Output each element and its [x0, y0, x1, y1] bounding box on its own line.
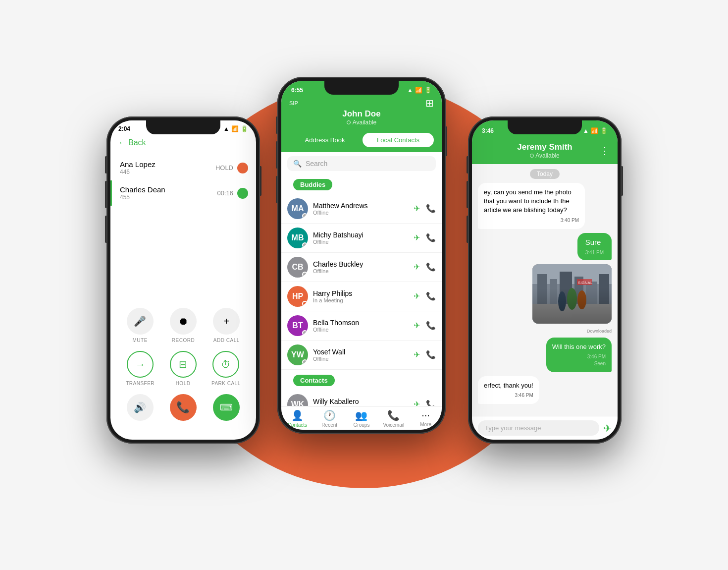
controls-row-2: → TRANSFER ⊟ HOLD ⏱ PARK CALL — [118, 351, 248, 386]
status-icons-left: ▲ 📶 🔋 — [223, 125, 248, 132]
record-button[interactable]: ⏺ RECORD — [170, 308, 197, 343]
mute-button[interactable]: 🎤 MUTE — [127, 308, 154, 343]
back-arrow-icon: ← — [118, 138, 126, 147]
msg-image: SIGNAL — [532, 264, 612, 324]
avatar-harry: HP — [287, 286, 308, 307]
call-icon-yosef[interactable]: 📞 — [426, 350, 436, 359]
active-badge — [237, 188, 248, 199]
time-left: 2:04 — [118, 125, 130, 132]
call-icon-michy[interactable]: 📞 — [426, 233, 436, 242]
nav-more[interactable]: ··· More — [410, 409, 442, 428]
notch-left — [146, 120, 220, 134]
call-screen: 2:04 ▲ 📶 🔋 ← Back Ana Lope — [110, 120, 256, 440]
svg-rect-4 — [560, 272, 572, 304]
call-list: Ana Lopez 446 HOLD Charles Dean 455 00:1… — [110, 151, 256, 300]
svg-rect-3 — [550, 279, 557, 304]
status-dot-yosef — [302, 359, 308, 365]
call-item-2[interactable]: Charles Dean 455 00:16 — [110, 180, 256, 206]
call-item-1[interactable]: Ana Lopez 446 HOLD — [110, 155, 256, 180]
add-call-button[interactable]: + ADD CALL — [213, 308, 240, 343]
call-icon-bella[interactable]: 📞 — [426, 321, 436, 330]
message-icon-matthew[interactable]: ✈ — [414, 204, 420, 213]
transfer-icon: → — [127, 351, 154, 378]
svg-rect-7 — [599, 274, 609, 304]
status-dot-charles — [302, 272, 308, 277]
contact-charles[interactable]: CB Charles Buckley Offline ✈ 📞 — [281, 253, 442, 282]
phone-right-screen: 3:46 ▲ 📶 🔋 Jeremy Smith Available — [472, 120, 618, 440]
chat-screen: 3:46 ▲ 📶 🔋 Jeremy Smith Available — [472, 120, 618, 440]
dialpad-button[interactable]: ⌨ — [213, 394, 240, 424]
recent-nav-icon: 🕐 — [323, 409, 336, 421]
notch-right — [508, 120, 582, 134]
svg-rect-2 — [537, 274, 547, 304]
message-icon-michy[interactable]: ✈ — [414, 233, 420, 242]
status-icons-center: ▲ 📶 🔋 — [407, 87, 432, 94]
message-icon-charles[interactable]: ✈ — [414, 262, 420, 272]
call-controls: 🎤 MUTE ⏺ RECORD + ADD CALL — [110, 300, 256, 440]
nav-groups[interactable]: 👥 Groups — [346, 409, 378, 428]
msg-sent-sure: Sure 3:41 PM — [577, 233, 612, 260]
status-icons-right: ▲ 📶 🔋 — [583, 127, 608, 134]
message-icon-willy[interactable]: ✈ — [414, 399, 420, 406]
signal-center-icon: ▲ — [407, 87, 413, 94]
status-dot-bella — [302, 330, 308, 336]
record-icon: ⏺ — [170, 308, 197, 335]
time-right: 3:46 — [482, 127, 494, 134]
send-icon[interactable]: ✈ — [603, 422, 612, 434]
hold-icon: ⊟ — [170, 351, 197, 378]
contact-willy[interactable]: WK Willy Kaballero Offline ✈ 📞 — [281, 390, 442, 406]
sip-row: SIP ⊞ — [289, 97, 434, 109]
end-call-button[interactable]: 📞 — [170, 394, 197, 424]
speaker-icon: 🔊 — [127, 394, 154, 421]
avatar-michy: MB — [287, 228, 308, 248]
time-center: 6:55 — [291, 87, 303, 94]
contact-michy[interactable]: MB Michy Batshuayi Offline ✈ 📞 — [281, 224, 442, 253]
sip-header: SIP ⊞ John Doe Available — [281, 97, 442, 130]
call-icon-harry[interactable]: 📞 — [426, 291, 436, 301]
available-dot-right — [530, 154, 534, 158]
wifi-icon: 📶 — [231, 125, 239, 132]
tab-local-contacts[interactable]: Local Contacts — [363, 133, 434, 147]
voicemail-nav-icon: 📞 — [387, 409, 400, 421]
available-dot-center — [347, 120, 351, 124]
phone-left-screen: 2:04 ▲ 📶 🔋 ← Back Ana Lope — [110, 120, 256, 440]
chat-input[interactable]: Type your message — [478, 420, 599, 436]
groups-nav-icon: 👥 — [355, 409, 367, 421]
call-icon-charles[interactable]: 📞 — [426, 262, 436, 272]
search-icon: 🔍 — [293, 160, 302, 168]
contacts-tabs: Address Book Local Contacts — [281, 130, 442, 152]
nav-contacts[interactable]: 👤 Contacts — [281, 409, 313, 428]
message-icon-harry[interactable]: ✈ — [414, 291, 420, 301]
battery-center-icon: 🔋 — [424, 87, 432, 94]
nav-voicemail[interactable]: 📞 Voicemail — [377, 409, 410, 428]
message-icon-bella[interactable]: ✈ — [414, 321, 420, 330]
svg-text:SIGNAL: SIGNAL — [578, 281, 593, 285]
svg-rect-6 — [586, 282, 597, 304]
park-call-button[interactable]: ⏱ PARK CALL — [211, 351, 241, 386]
call-icon-matthew[interactable]: 📞 — [426, 204, 436, 213]
grid-icon[interactable]: ⊞ — [425, 97, 434, 109]
tab-address-book[interactable]: Address Book — [289, 133, 361, 147]
nav-recent[interactable]: 🕐 Recent — [313, 409, 346, 428]
contact-yosef[interactable]: YW Yosef Wall Offline ✈ 📞 — [281, 341, 442, 370]
back-button[interactable]: ← Back — [110, 134, 256, 151]
status-dot-matthew — [302, 213, 308, 219]
transfer-button[interactable]: → TRANSFER — [126, 351, 155, 386]
svg-rect-5 — [574, 277, 583, 304]
dialpad-icon: ⌨ — [213, 394, 240, 421]
speaker-button[interactable]: 🔊 — [127, 394, 154, 424]
contact-bella[interactable]: BT Bella Thomson Offline ✈ 📞 — [281, 311, 442, 341]
city-image: SIGNAL — [532, 264, 612, 324]
call-icon-willy[interactable]: 📞 — [426, 399, 436, 406]
contacts-nav-icon: 👤 — [291, 409, 304, 421]
search-bar[interactable]: 🔍 Search — [287, 156, 436, 171]
more-options-icon[interactable]: ⋮ — [600, 145, 610, 157]
message-icon-yosef[interactable]: ✈ — [414, 350, 420, 359]
add-icon: + — [213, 308, 240, 335]
phones-container: 2:04 ▲ 📶 🔋 ← Back Ana Lope — [92, 37, 636, 533]
contact-matthew[interactable]: MA Matthew Andrews Offline ✈ 📞 — [281, 194, 442, 224]
contacts-screen: 6:55 ▲ 📶 🔋 SIP ⊞ John Doe — [281, 81, 442, 430]
svg-rect-12 — [577, 279, 592, 285]
contact-harry[interactable]: HP Harry Philips In a Meeting ✈ 📞 — [281, 282, 442, 311]
hold-button[interactable]: ⊟ HOLD — [170, 351, 197, 386]
